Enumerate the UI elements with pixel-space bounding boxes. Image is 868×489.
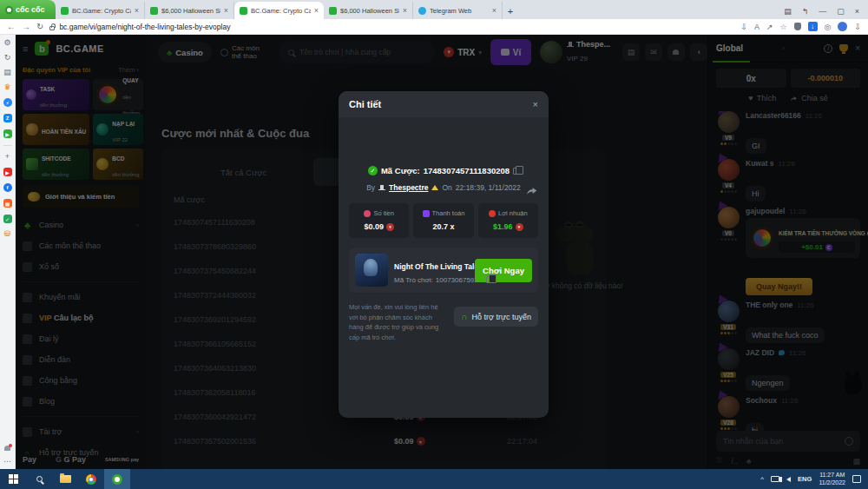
tab-search-icon[interactable]: ▤: [784, 7, 792, 16]
reload-icon[interactable]: ↻: [36, 23, 43, 31]
browser-tab-1[interactable]: BC.Game: Crypto Casino Gan ×: [56, 2, 145, 19]
sidebar-divider: [3, 145, 12, 146]
save-page-icon[interactable]: ⇩: [740, 23, 747, 31]
game-thumbnail[interactable]: [355, 254, 388, 287]
network-icon[interactable]: [771, 476, 779, 482]
zalo-icon[interactable]: Z: [3, 114, 12, 122]
cheese-icon: [431, 185, 438, 190]
bet-id-value: 1748307457111830208: [424, 166, 510, 175]
payout-wallet-icon: [423, 210, 430, 217]
session-restore-icon[interactable]: ↰: [802, 7, 809, 16]
chrome-app[interactable]: [78, 469, 104, 489]
copy-icon[interactable]: [513, 168, 519, 175]
facebook-icon[interactable]: f: [3, 183, 12, 192]
games-icon[interactable]: ▶: [3, 129, 12, 138]
bet-datetime: 22:18:39, 1/11/2022: [456, 183, 521, 192]
history-icon[interactable]: ↻: [4, 54, 11, 62]
modal-close-icon[interactable]: ×: [533, 99, 538, 109]
rewards-crown-icon[interactable]: ♛: [3, 83, 10, 91]
chrome-icon: [86, 474, 96, 485]
bet-id-label: Mã Cược:: [381, 166, 420, 175]
bet-username-link[interactable]: Thespectre: [389, 183, 428, 192]
bcgame-favicon: [61, 7, 69, 15]
tab-close-icon[interactable]: ×: [403, 6, 407, 15]
coccoc-logo-icon: [5, 6, 13, 14]
translate-icon[interactable]: A: [754, 23, 760, 31]
support-note: Mọi vấn đề, xin vui lòng liên hệ với bộ …: [349, 302, 447, 343]
stat-payout: Thanh toán 20.7 x: [413, 203, 473, 238]
tophat-icon: [378, 185, 385, 190]
browser-tabstrip: cốc cốc BC.Game: Crypto Casino Gan × $6,…: [0, 0, 868, 19]
add-shortcut-icon[interactable]: +: [5, 153, 10, 161]
hidden-icons-caret[interactable]: ^: [760, 475, 764, 483]
tab-close-icon[interactable]: ×: [224, 6, 228, 15]
settings-gear-icon[interactable]: ⚙: [3, 39, 10, 47]
browser-toolbar: ← → ↻ bc.game/vi/game/night-of-the-livin…: [0, 19, 868, 35]
youtube-icon[interactable]: ▶: [3, 168, 12, 176]
address-bar[interactable]: bc.game/vi/game/night-of-the-living-tale…: [49, 23, 734, 31]
coccoc-app-active[interactable]: [104, 469, 130, 489]
tab-close-icon[interactable]: ×: [492, 6, 496, 15]
share-bet-icon[interactable]: [526, 185, 538, 201]
shop-app-icon[interactable]: ▦: [3, 199, 12, 208]
downloads-tray-icon[interactable]: ⇩: [854, 23, 861, 31]
tab-close-icon[interactable]: ×: [135, 6, 139, 15]
game-card: Night Of The Living Tales Mã Trò chơi: 1…: [349, 248, 538, 293]
live-support-button[interactable]: ∩ Hỗ trợ trực tuyến: [454, 307, 538, 327]
chat-app-icon[interactable]: ✓: [3, 215, 12, 223]
new-tab-button[interactable]: +: [503, 6, 518, 17]
lock-icon: [49, 26, 55, 30]
stat-profit: Lợi nhuận $1.96 ▾: [478, 203, 538, 238]
shopping-cart-icon[interactable]: ⛁: [4, 230, 11, 238]
language-indicator[interactable]: ENG: [798, 475, 812, 483]
trx-coin-icon: ▾: [386, 223, 394, 231]
url-text[interactable]: bc.game/vi/game/night-of-the-living-tale…: [59, 23, 230, 31]
game-title: Night Of The Living Tales: [394, 262, 483, 271]
profile-avatar-icon[interactable]: [838, 22, 847, 31]
play-now-button[interactable]: Chơi Ngay: [475, 259, 532, 282]
copy-icon[interactable]: [486, 276, 492, 283]
browser-tab-5[interactable]: Telegram Web ×: [413, 2, 503, 19]
clock[interactable]: 11:27 AM11/2/2022: [819, 472, 845, 487]
minimize-button[interactable]: —: [819, 7, 826, 16]
tab-close-icon[interactable]: ×: [314, 6, 319, 15]
back-icon[interactable]: ←: [7, 23, 16, 31]
search-icon: [36, 476, 43, 482]
action-center-icon[interactable]: [852, 475, 861, 483]
stat-amount: Số tiền $0.09 ▾: [349, 203, 409, 238]
browser-tab-2[interactable]: $6,000 Halloween Slot Battle ×: [145, 2, 234, 19]
folder-icon: [60, 475, 71, 483]
share-icon[interactable]: ↗: [766, 23, 773, 31]
incognito-icon[interactable]: ◎: [825, 23, 832, 31]
adblock-shield-icon[interactable]: [794, 23, 801, 30]
amount-chip-icon: [364, 210, 371, 217]
file-explorer[interactable]: [52, 469, 78, 489]
messenger-icon[interactable]: ⚡: [3, 98, 12, 107]
bet-details-modal: Chi tiết × ✓ Mã Cược: 174830745711183020…: [339, 91, 549, 418]
browser-tab-4[interactable]: $6,000 Halloween Slot Battl ×: [324, 2, 413, 19]
notification-bell-icon[interactable]: [4, 446, 10, 451]
trx-coin-icon: ▾: [516, 223, 523, 231]
more-icon[interactable]: ⋯: [3, 458, 11, 466]
coccoc-brand-button[interactable]: cốc cốc: [0, 0, 56, 19]
maximize-button[interactable]: ▢: [837, 7, 845, 16]
download-manager-icon[interactable]: ↓: [808, 22, 818, 31]
bcgame-favicon: [240, 7, 247, 15]
speaker-icon[interactable]: [786, 477, 791, 482]
windows-taskbar: ^ ENG 11:27 AM11/2/2022: [0, 469, 868, 489]
forward-icon[interactable]: →: [22, 23, 30, 31]
bcgame-page: ≡ b BC.GAME Đặc quyền VIP của tôi Thêm ›…: [16, 35, 868, 469]
taskbar-search[interactable]: [26, 469, 52, 489]
newsfeed-icon[interactable]: ▤: [3, 69, 11, 76]
modal-title: Chi tiết: [349, 99, 381, 109]
bookmark-star-icon[interactable]: ☆: [780, 23, 787, 31]
windows-logo-icon: [9, 474, 18, 484]
close-button[interactable]: ×: [855, 7, 859, 16]
start-button[interactable]: [0, 469, 26, 489]
coccoc-brand-label: cốc cốc: [16, 5, 45, 14]
browser-tab-3-active[interactable]: BC.Game: Crypto Casino Gan ×: [234, 2, 324, 19]
browser-sidebar: ⚙ ↻ ▤ ♛ ⚡ Z ▶ + ▶ f ▦ ✓ ⛁ ⋯: [0, 35, 16, 469]
verified-check-icon: ✓: [368, 166, 378, 175]
bcgame-favicon: [150, 7, 158, 15]
bcgame-favicon: [329, 7, 337, 15]
